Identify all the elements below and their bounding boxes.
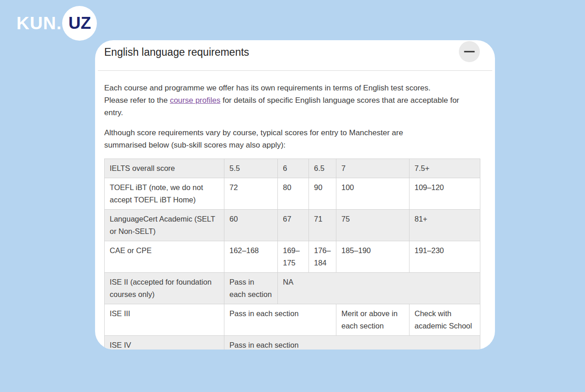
- table-cell: 191–230: [410, 241, 480, 273]
- table-cell: Pass in each section: [224, 273, 278, 304]
- table-cell: Pass in each section: [224, 336, 480, 350]
- table-row: IELTS overall score5.566.577.5+: [105, 159, 480, 178]
- table-cell: 80: [278, 178, 309, 210]
- table-cell: Pass in each section: [224, 304, 336, 336]
- table-cell: 7.5+: [410, 159, 480, 178]
- table-cell: 5.5: [224, 159, 278, 178]
- logo-circle-text: UZ: [69, 14, 91, 33]
- table-cell: CAE or CPE: [105, 241, 224, 273]
- table-cell: 67: [278, 210, 309, 241]
- course-profiles-link[interactable]: course profiles: [170, 96, 221, 105]
- table-cell: 60: [224, 210, 278, 241]
- table-cell: 71: [309, 210, 336, 241]
- summary-line1: Although score requirements vary by cour…: [104, 128, 403, 137]
- collapse-button[interactable]: [459, 41, 480, 62]
- kunuz-logo: KUN. UZ: [16, 6, 97, 41]
- table-cell: 81+: [410, 210, 480, 241]
- accordion-header[interactable]: English language requirements: [95, 40, 495, 62]
- table-row: ISE IIIPass in each sectionMerit or abov…: [105, 304, 480, 336]
- accordion-card: English language requirements Each cours…: [95, 40, 495, 350]
- table-cell: 90: [309, 178, 336, 210]
- table-cell: 169–175: [278, 241, 309, 273]
- logo-text: KUN.: [16, 13, 62, 33]
- table-cell: 100: [336, 178, 410, 210]
- table-cell: Merit or above in each section: [336, 304, 410, 336]
- table-row: ISE II (accepted for foundation courses …: [105, 273, 480, 304]
- table-cell: 176–184: [309, 241, 336, 273]
- table-cell: 162–168: [224, 241, 278, 273]
- divider: [98, 70, 492, 71]
- table-cell: TOEFL iBT (note, we do not accept TOEFL …: [105, 178, 224, 210]
- table-row: CAE or CPE162–168169–175176–184185–19019…: [105, 241, 480, 273]
- summary-paragraph: Although score requirements vary by cour…: [104, 127, 480, 151]
- page-background: KUN. UZ English language requirements Ea…: [0, 0, 585, 392]
- table-cell: ISE III: [105, 304, 224, 336]
- intro-line1: Each course and programme we offer has i…: [104, 84, 431, 92]
- minus-icon: [464, 51, 475, 53]
- table-cell: ISE II (accepted for foundation courses …: [105, 273, 224, 304]
- table-cell: 6: [278, 159, 309, 178]
- section-content: Each course and programme we offer has i…: [95, 82, 495, 350]
- table-cell: NA: [278, 273, 480, 304]
- table-row: ISE IVPass in each section: [105, 336, 480, 350]
- table-cell: IELTS overall score: [105, 159, 224, 178]
- table-cell: 6.5: [309, 159, 336, 178]
- table-cell: LanguageCert Academic (SELT or Non-SELT): [105, 210, 224, 241]
- table-cell: 7: [336, 159, 410, 178]
- table-cell: Check with academic School: [410, 304, 480, 336]
- table-row: LanguageCert Academic (SELT or Non-SELT)…: [105, 210, 480, 241]
- summary-line2: summarised below (sub-skill scores may a…: [104, 141, 286, 149]
- intro-paragraph: Each course and programme we offer has i…: [104, 82, 480, 119]
- table-cell: 109–120: [410, 178, 480, 210]
- table-row: TOEFL iBT (note, we do not accept TOEFL …: [105, 178, 480, 210]
- logo-circle: UZ: [62, 6, 97, 41]
- table-cell: 185–190: [336, 241, 410, 273]
- section-title: English language requirements: [104, 44, 249, 60]
- table-cell: 72: [224, 178, 278, 210]
- intro-line2-pre: Please refer to the: [104, 96, 170, 105]
- table-cell: ISE IV: [105, 336, 224, 350]
- scores-table: IELTS overall score5.566.577.5+TOEFL iBT…: [104, 159, 480, 350]
- table-cell: 75: [336, 210, 410, 241]
